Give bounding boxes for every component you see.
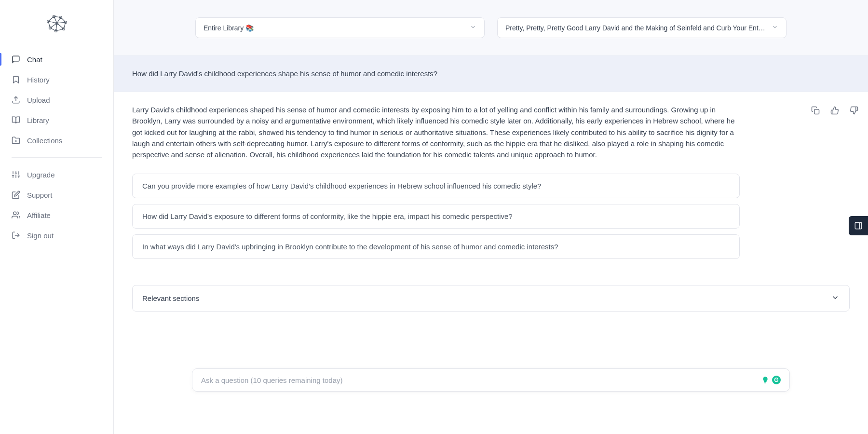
svg-line-21 — [50, 23, 57, 28]
folder-plus-icon — [12, 136, 20, 145]
sidebar: Chat History Upload Library — [0, 0, 114, 434]
svg-point-34 — [14, 212, 16, 215]
sidebar-divider — [12, 157, 102, 158]
library-selector[interactable]: Entire Library 📚 — [195, 17, 485, 38]
sidebar-item-label: Sign out — [27, 231, 54, 240]
sidebar-item-support[interactable]: Support — [0, 185, 113, 205]
relevant-sections-toggle[interactable]: Relevant sections — [132, 285, 850, 312]
sliders-icon — [12, 170, 20, 179]
suggestion-card[interactable]: Can you provide more examples of how Lar… — [132, 174, 740, 198]
sidebar-item-label: Collections — [27, 136, 62, 145]
svg-line-10 — [61, 17, 66, 22]
sidebar-item-upload[interactable]: Upload — [0, 90, 113, 110]
users-icon — [12, 211, 20, 219]
chevron-down-icon — [772, 24, 778, 32]
sidebar-item-history[interactable]: History — [0, 69, 113, 90]
chevron-down-icon — [831, 293, 840, 303]
chat-icon — [12, 55, 20, 64]
svg-line-12 — [56, 29, 64, 31]
brain-logo-icon — [44, 14, 69, 35]
upload-icon — [12, 95, 20, 104]
answer-section: Larry David's childhood experiences shap… — [114, 92, 868, 271]
svg-line-15 — [48, 21, 57, 23]
logo-container — [0, 9, 113, 49]
sidebar-item-chat[interactable]: Chat — [0, 49, 113, 69]
svg-line-19 — [57, 23, 64, 29]
input-bar: G — [192, 368, 790, 392]
sidebar-item-label: Support — [27, 191, 53, 199]
answer-content: Larry David's childhood experiences shap… — [114, 92, 868, 271]
library-selector-text: Entire Library 📚 — [203, 24, 466, 32]
suggestion-text: In what ways did Larry David's upbringin… — [142, 243, 558, 251]
input-icons: G — [761, 376, 781, 384]
sidebar-item-collections[interactable]: Collections — [0, 130, 113, 150]
question-text: How did Larry David's childhood experien… — [132, 69, 437, 78]
suggestion-card[interactable]: In what ways did Larry David's upbringin… — [132, 234, 740, 259]
sidebar-item-label: History — [27, 76, 50, 84]
top-selectors: Entire Library 📚 Pretty, Pretty, Pretty … — [114, 0, 868, 55]
sidebar-nav-primary: Chat History Upload Library — [0, 49, 113, 150]
book-icon — [12, 116, 20, 124]
sidebar-item-label: Library — [27, 116, 49, 124]
sidebar-item-label: Upload — [27, 96, 50, 104]
question-block: How did Larry David's childhood experien… — [114, 55, 868, 92]
svg-rect-36 — [814, 109, 819, 114]
svg-line-17 — [57, 17, 61, 23]
main-content: Entire Library 📚 Pretty, Pretty, Pretty … — [114, 0, 868, 434]
relevant-sections-label: Relevant sections — [142, 294, 199, 302]
svg-line-8 — [48, 16, 54, 21]
floating-panel-button[interactable] — [849, 216, 868, 235]
sidebar-item-library[interactable]: Library — [0, 110, 113, 130]
grammarly-icon[interactable]: G — [772, 376, 781, 384]
thumbs-up-icon[interactable] — [830, 106, 839, 115]
bulb-icon[interactable] — [761, 376, 769, 384]
svg-rect-37 — [855, 222, 862, 229]
suggestion-card[interactable]: How did Larry David's exposure to differ… — [132, 204, 740, 229]
copy-icon[interactable] — [811, 106, 820, 115]
answer-actions — [811, 106, 858, 115]
sidebar-nav-secondary: Upgrade Support Affiliate Sign out — [0, 164, 113, 245]
suggestion-text: How did Larry David's exposure to differ… — [142, 212, 513, 220]
suggestion-text: Can you provide more examples of how Lar… — [142, 182, 541, 190]
logout-icon — [12, 231, 20, 240]
thumbs-down-icon[interactable] — [850, 106, 858, 115]
book-selector[interactable]: Pretty, Pretty, Pretty Good Larry David … — [497, 17, 787, 38]
sidebar-item-label: Affiliate — [27, 211, 51, 219]
sidebar-item-label: Chat — [27, 55, 42, 64]
edit-icon — [12, 190, 20, 199]
svg-line-13 — [50, 28, 56, 31]
question-input[interactable] — [201, 376, 761, 384]
book-selector-text: Pretty, Pretty, Pretty Good Larry David … — [505, 24, 768, 32]
chevron-down-icon — [470, 24, 476, 32]
suggestions-list: Can you provide more examples of how Lar… — [132, 174, 740, 259]
input-bar-container: G — [114, 368, 868, 392]
sidebar-item-label: Upgrade — [27, 171, 55, 179]
panel-icon — [854, 221, 863, 230]
svg-line-16 — [54, 16, 57, 23]
sidebar-item-signout[interactable]: Sign out — [0, 225, 113, 245]
answer-text: Larry David's childhood experiences shap… — [132, 104, 740, 160]
sidebar-item-upgrade[interactable]: Upgrade — [0, 164, 113, 185]
sidebar-item-affiliate[interactable]: Affiliate — [0, 205, 113, 225]
bookmark-icon — [12, 75, 20, 84]
